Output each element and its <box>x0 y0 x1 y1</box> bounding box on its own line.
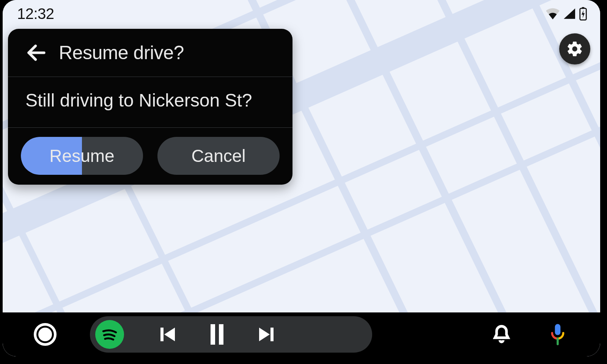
resume-button[interactable]: Resume <box>21 137 143 175</box>
wifi-icon <box>546 8 560 19</box>
back-button[interactable] <box>26 42 47 63</box>
voice-assistant-button[interactable] <box>549 323 566 346</box>
circle-icon <box>38 328 52 341</box>
pause-icon <box>219 324 223 345</box>
dialog-header: Resume drive? <box>8 29 292 77</box>
cellular-icon <box>563 8 576 19</box>
battery-charging-icon <box>579 7 587 20</box>
cancel-button[interactable]: Cancel <box>157 137 280 175</box>
bottom-bar-right <box>492 323 600 346</box>
status-bar: 12:32 <box>17 4 587 24</box>
skip-next-icon <box>258 325 276 344</box>
dialog-message: Still driving to Nickerson St? <box>8 77 292 128</box>
resume-button-label: Resume <box>49 146 114 166</box>
dialog-actions: Resume Cancel <box>8 128 292 185</box>
bell-icon <box>492 324 511 344</box>
bottom-bar <box>3 312 600 356</box>
cancel-button-label: Cancel <box>191 146 245 166</box>
svg-rect-12 <box>582 7 585 9</box>
previous-track-button[interactable] <box>158 325 176 344</box>
pause-icon <box>211 324 215 345</box>
gear-icon <box>566 40 583 58</box>
media-player-pill <box>90 316 372 353</box>
arrow-left-icon <box>26 42 47 63</box>
bottom-bar-left <box>3 323 88 346</box>
status-clock: 12:32 <box>17 5 54 22</box>
dialog-title: Resume drive? <box>59 42 184 64</box>
svg-rect-15 <box>270 328 274 341</box>
app-launcher-button[interactable] <box>34 323 57 346</box>
spotify-app-button[interactable] <box>95 320 124 349</box>
spotify-icon <box>100 325 119 344</box>
next-track-button[interactable] <box>258 325 276 344</box>
svg-rect-16 <box>555 324 561 335</box>
settings-button[interactable] <box>559 33 590 64</box>
microphone-icon <box>549 323 566 346</box>
pause-button[interactable] <box>211 324 223 345</box>
screen: 12:32 <box>3 0 600 356</box>
status-icons <box>546 7 587 20</box>
skip-previous-icon <box>158 325 176 344</box>
notifications-button[interactable] <box>492 324 511 345</box>
resume-drive-dialog: Resume drive? Still driving to Nickerson… <box>8 29 292 185</box>
svg-rect-14 <box>160 328 164 341</box>
